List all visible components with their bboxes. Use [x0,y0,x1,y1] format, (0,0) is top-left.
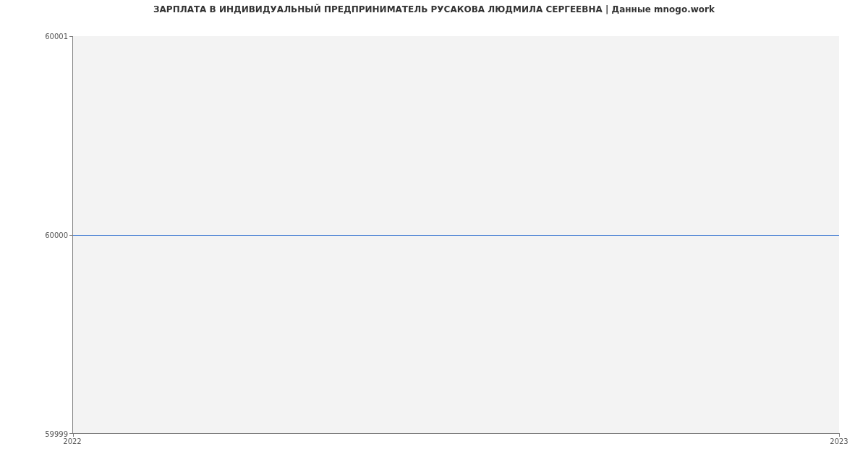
y-tick-0: 59999 [3,430,68,438]
x-tickmark-2022 [73,433,74,437]
x-tickmark-2023 [839,433,840,437]
y-tickmark-60001 [69,36,73,37]
salary-chart: ЗАРПЛАТА В ИНДИВИДУАЛЬНЫЙ ПРЕДПРИНИМАТЕЛ… [0,0,868,470]
chart-title: ЗАРПЛАТА В ИНДИВИДУАЛЬНЫЙ ПРЕДПРИНИМАТЕЛ… [0,4,868,14]
salary-line [73,235,839,236]
y-tick-2: 60001 [3,33,68,40]
y-tick-1: 60000 [3,231,68,239]
plot-area [72,36,839,434]
x-tick-1: 2023 [830,437,848,445]
x-tick-0: 2022 [63,437,81,445]
